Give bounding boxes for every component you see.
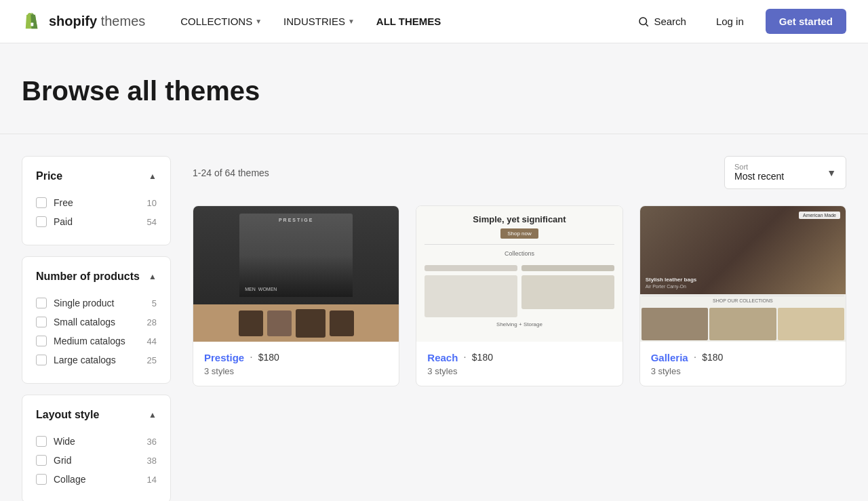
svg-point-1 — [639, 18, 647, 25]
sort-chevron-icon: ▼ — [827, 167, 836, 178]
nav-item-collections[interactable]: COLLECTIONS ▼ — [172, 10, 270, 33]
filter-item-paid: Paid 54 — [36, 212, 157, 231]
reach-info: Reach · $180 3 styles — [416, 342, 622, 386]
prestige-info: Prestige · $180 3 styles — [193, 342, 399, 386]
prestige-preview-image: PRESTIGE MENWOMEN — [193, 206, 399, 342]
header-actions: Search Log in Get started — [629, 9, 846, 34]
filter-item-medium: Medium catalogs 44 — [36, 332, 157, 350]
theme-listing: 1-24 of 64 themes Sort Most recent ▼ — [193, 156, 846, 501]
wide-checkbox[interactable] — [36, 436, 47, 447]
price-filter-chevron-icon: ▲ — [149, 172, 157, 181]
reach-styles: 3 styles — [427, 366, 611, 376]
svg-rect-0 — [31, 22, 33, 26]
price-filter-title: Price — [36, 170, 62, 182]
reach-link[interactable]: Reach — [427, 352, 458, 363]
products-filter-section: Number of products ▲ Single product 5 Sm… — [22, 256, 171, 384]
theme-card-galleria[interactable]: Stylish leather bags Air Porter Carry-On… — [639, 205, 846, 386]
content-header: 1-24 of 64 themes Sort Most recent ▼ — [193, 156, 846, 189]
galleria-info: Galleria · $180 3 styles — [640, 342, 846, 386]
search-button[interactable]: Search — [629, 10, 694, 33]
collections-chevron-icon: ▼ — [255, 18, 262, 25]
filter-item-wide: Wide 36 — [36, 432, 157, 451]
nav-item-industries[interactable]: INDUSTRIES ▼ — [275, 10, 363, 33]
svg-line-2 — [646, 24, 648, 26]
reach-preview-image: Simple, yet significant Shop now Collect… — [416, 206, 622, 342]
products-filter-title: Number of products — [36, 270, 140, 283]
layout-filter-section: Layout style ▲ Wide 36 Grid 38 — [22, 395, 171, 501]
galleria-link[interactable]: Galleria — [651, 352, 688, 363]
filter-item-small: Small catalogs 28 — [36, 313, 157, 332]
filter-item-collage: Collage 14 — [36, 470, 157, 489]
filter-item-free: Free 10 — [36, 193, 157, 212]
galleria-preview-image: Stylish leather bags Air Porter Carry-On… — [640, 206, 846, 342]
theme-card-reach[interactable]: Simple, yet significant Shop now Collect… — [416, 205, 623, 386]
galleria-styles: 3 styles — [651, 366, 835, 376]
layout-filter-header[interactable]: Layout style ▲ — [36, 409, 157, 421]
layout-filter-title: Layout style — [36, 409, 99, 421]
galleria-price: $180 — [702, 352, 723, 363]
sort-dropdown[interactable]: Sort Most recent ▼ — [724, 156, 846, 189]
reach-price: $180 — [472, 352, 493, 363]
theme-card-prestige[interactable]: PRESTIGE MENWOMEN — [193, 205, 399, 386]
theme-grid: PRESTIGE MENWOMEN — [193, 205, 846, 386]
prestige-styles: 3 styles — [204, 366, 388, 376]
price-filter-header[interactable]: Price ▲ — [36, 170, 157, 182]
search-icon — [637, 16, 650, 28]
get-started-button[interactable]: Get started — [766, 9, 846, 34]
nav-item-all-themes[interactable]: ALL THEMES — [368, 10, 450, 33]
small-catalogs-checkbox[interactable] — [36, 317, 47, 327]
sidebar-filters: Price ▲ Free 10 Paid 54 Number o — [22, 156, 171, 501]
logo-text: shopify themes — [49, 14, 145, 29]
prestige-link[interactable]: Prestige — [204, 352, 244, 363]
products-filter-chevron-icon: ▲ — [149, 272, 157, 281]
collage-checkbox[interactable] — [36, 474, 47, 485]
logo[interactable]: shopify themes — [22, 11, 145, 33]
login-button[interactable]: Log in — [705, 10, 755, 33]
grid-checkbox[interactable] — [36, 455, 47, 466]
header: shopify themes COLLECTIONS ▼ INDUSTRIES … — [0, 0, 868, 43]
industries-chevron-icon: ▼ — [348, 18, 355, 25]
filter-item-grid: Grid 38 — [36, 451, 157, 470]
results-count: 1-24 of 64 themes — [193, 167, 269, 178]
hero-section: Browse all themes — [0, 43, 868, 134]
price-filter-section: Price ▲ Free 10 Paid 54 — [22, 156, 171, 245]
filter-item-large: Large catalogs 25 — [36, 350, 157, 369]
paid-checkbox[interactable] — [36, 216, 47, 227]
layout-filter-chevron-icon: ▲ — [149, 410, 157, 420]
medium-catalogs-checkbox[interactable] — [36, 336, 47, 346]
single-product-checkbox[interactable] — [36, 298, 47, 308]
prestige-price: $180 — [258, 352, 279, 363]
filter-item-single: Single product 5 — [36, 294, 157, 313]
free-checkbox[interactable] — [36, 197, 47, 208]
large-catalogs-checkbox[interactable] — [36, 355, 47, 365]
page-title: Browse all themes — [22, 76, 846, 106]
products-filter-header[interactable]: Number of products ▲ — [36, 270, 157, 283]
main-content: Price ▲ Free 10 Paid 54 Number o — [0, 134, 868, 501]
main-nav: COLLECTIONS ▼ INDUSTRIES ▼ ALL THEMES — [172, 10, 629, 33]
shopify-logo-icon — [22, 11, 43, 33]
